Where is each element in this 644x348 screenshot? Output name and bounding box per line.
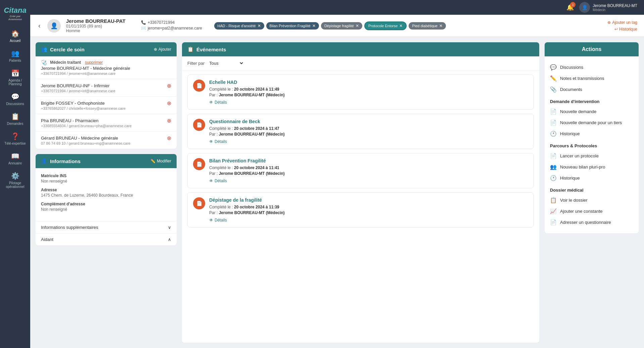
sidebar-item-accueil[interactable]: 🏠 Accueil [0,26,30,46]
tag-had[interactable]: HAD - Risque d'anxiété✕ [214,22,264,30]
care-member-2-name: Jerome BOURREAU-INF - Infirmier [41,83,116,88]
tag-protocole-close[interactable]: ✕ [399,23,403,28]
details-link-2[interactable]: 👁 Détails [209,139,285,144]
user-name: Jerome BOURREAU-MT [593,3,637,8]
informations-header: 👤 Informations ✏️ Modifier [36,154,177,168]
patient-dob: 01/01/1935 (89 ans) [66,24,126,29]
remove-member-5[interactable]: ⊗ [167,135,171,141]
tag-protocole[interactable]: Protocole Entorse✕ [364,21,407,30]
tags-area: HAD - Risque d'anxiété✕ Bilan Prévention… [214,21,602,30]
event-by-value-1: Jerome BOURREAU-MT (Médecin) [219,93,285,97]
eye-icon-3: 👁 [209,179,213,183]
action-notes[interactable]: ✏️ Notes et transmissions [550,73,633,84]
tag-pied-label: Pied diabétique [412,24,438,28]
remove-member-4[interactable]: ⊗ [167,117,171,124]
action-historique-demande[interactable]: 🕐 Historique [550,128,633,139]
sidebar-label-pilotage: Pilotage opérationnel [2,181,29,189]
notes-action-label: Notes et transmissions [560,76,604,81]
nouvelle-demande-tiers-label: Nouvelle demande pour un tiers [560,120,622,125]
ajouter-constante-label: Ajouter une constante [560,209,602,214]
care-member-5-info: Gérard BRUNEAU - Médecine générale 07 86… [41,135,131,145]
sidebar-item-tele-expertise[interactable]: ❓ Télé-expertise [0,129,30,149]
tag-bilan[interactable]: Bilan Prévention Fragilité✕ [266,22,319,30]
events-header: 📋 Événements [182,42,539,56]
sidebar-item-agenda[interactable]: 📅 Agenda / Planning [0,66,30,89]
event-date-value-2: 20 octobre 2024 à 11:47 [234,126,279,131]
sidebar-item-demandes[interactable]: 📋 Demandes [0,109,30,129]
care-member-1-role: 🩺Médecin traitantsupprimer [41,60,130,65]
eye-icon-2: 👁 [209,139,213,144]
pilotage-icon: ⚙️ [11,172,19,180]
event-content-1: Echelle HAD Complété le : 20 octobre 202… [209,80,285,105]
events-icon: 📋 [187,46,194,52]
patient-name: Jerome BOURREAU-PAT [66,18,126,24]
remove-member-2[interactable]: ⊗ [167,83,171,89]
tag-had-close[interactable]: ✕ [258,23,261,28]
care-member-2: Jerome BOURREAU-INF - Infirmier +3367072… [36,79,177,97]
event-title-2: Questionnaire de Beck [209,119,285,124]
nouvelle-demande-tiers-icon: 📄 [550,119,557,126]
details-link-3[interactable]: 👁 Détails [209,179,285,183]
chevron-up-icon: ∧ [168,237,171,242]
add-tag-link[interactable]: ⊕Ajouter un tag [607,20,637,25]
app-logo: Citana Créé par Anamnese [0,3,30,26]
tag-depistage[interactable]: Dépistage fragilité✕ [321,22,362,30]
user-role: Médecin [593,8,637,12]
sidebar-item-pilotage[interactable]: ⚙️ Pilotage opérationnel [0,168,30,192]
action-nouvelle-demande-tiers[interactable]: 📄 Nouvelle demande pour un tiers [550,117,633,128]
action-ajouter-constante[interactable]: 📈 Ajouter une constante [550,206,633,217]
address-field: Adresse 1475 Chem. de Luzerne, 26460 Bou… [41,188,171,198]
tag-pied-close[interactable]: ✕ [439,23,443,28]
action-historique-parcours[interactable]: 🕐 Historique [550,172,633,184]
tag-pied[interactable]: Pied diabétique✕ [409,22,446,30]
event-item-3: 📄 Bilan Prévention Fragilité Complété le… [187,153,534,188]
modify-btn[interactable]: ✏️ Modifier [150,159,171,163]
sidebar-item-discussions[interactable]: 💬 Discussions [0,89,30,109]
details-link-4[interactable]: 👁 Détails [209,218,285,222]
action-bilan-pluri[interactable]: 👥 Nouveau bilan pluri-pro [550,161,633,172]
col-right: Actions 💬 Discussions ✏️ Notes et transm… [545,42,639,343]
notification-badge: 1 [570,2,576,7]
action-documents[interactable]: 📎 Documents [550,84,633,95]
notification-bell[interactable]: 🔔 1 [566,4,574,11]
voir-dossier-label: Voir le dossier [560,198,588,203]
historique-link[interactable]: ↩Historique [614,27,637,32]
voir-dossier-icon: 📋 [550,197,557,203]
demandes-icon: 📋 [11,112,19,120]
user-avatar: 👤 [579,2,590,13]
action-discussions[interactable]: 💬 Discussions [550,62,633,73]
care-member-4-info: Pha BRUNEAU - Pharmacien +33685554604 / … [41,117,132,128]
action-voir-dossier[interactable]: 📋 Voir le dossier [550,195,633,206]
tag-bilan-close[interactable]: ✕ [312,23,316,28]
filter-label: Filter par [187,61,204,66]
remove-member-3[interactable]: ⊗ [167,100,171,106]
filter-select[interactable]: TousQuestionnairesDocuments [208,60,244,66]
care-member-5: Gérard BRUNEAU - Médecine générale 07 86… [36,132,177,149]
sidebar-item-annuaire[interactable]: 📖 Annuaire [0,149,30,168]
action-adresser-questionnaire[interactable]: 📄 Adresser un questionnaire [550,217,633,228]
nouvelle-demande-icon: 📄 [550,108,557,115]
care-circle-title: 👥 Cercle de soin [41,46,85,52]
tag-depistage-close[interactable]: ✕ [356,23,359,28]
action-nouvelle-demande[interactable]: 📄 Nouvelle demande [550,106,633,117]
patient-avatar: 👤 [47,19,61,33]
sidebar-item-patients[interactable]: 👥 Patients [0,46,30,66]
main-area: 🔔 1 👤 Jerome BOURREAU-MT Médecin ‹ 👤 Jer… [30,0,644,348]
info-section: Matricule INS Non renseigné Adresse 1475… [36,168,177,221]
details-link-1[interactable]: 👁 Détails [209,100,285,105]
content-columns: 👥 Cercle de soin ⊕ Ajouter 🩺Médecin trai… [30,37,644,348]
care-member-3-info: Brigitte FOSSEY - Orthophoniste +3376586… [41,100,126,110]
historique-parcours-label: Historique [560,176,580,181]
app-sub: Créé par Anamnese [3,15,27,21]
aidant-toggle[interactable]: Aidant ∧ [36,233,177,245]
email-icon: ✉️ [141,26,146,31]
care-member-2-contact: +33670721994 / jerome+inf@anamnese.care [41,89,116,93]
care-circle-add-btn[interactable]: ⊕ Ajouter [154,47,171,52]
discussions-action-icon: 💬 [550,64,557,70]
back-button[interactable]: ‹ [37,20,42,31]
info-supplementaires-toggle[interactable]: Informations supplémentaires ∨ [36,221,177,233]
event-by-2: Par : Jerome BOURREAU-MT (Médecin) [209,132,285,137]
parcours-section-title: Parcours & Protocoles [550,143,633,148]
user-details: Jerome BOURREAU-MT Médecin [593,3,637,12]
action-lancer-protocole[interactable]: 📄 Lancer un protocole [550,150,633,161]
